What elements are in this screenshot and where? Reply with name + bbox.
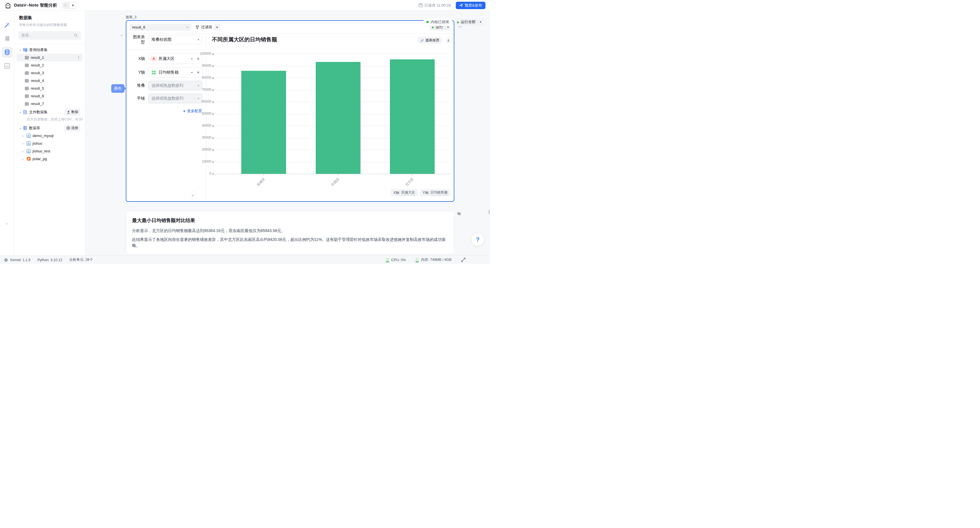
chart-recommend-button[interactable]: 图表推荐 [417,37,442,44]
note-paragraph-2: 此结果显示了各地区间存在显著的销售绩效差异，其中北方区比东南区高出约9420.5… [132,237,447,249]
caret-down-icon[interactable]: ▾ [480,21,481,23]
chevron-down-icon[interactable]: ⌄ [19,110,23,114]
paper-plane-icon [459,3,463,7]
y-axis-field[interactable]: 日均销售额 ▾ ✕ [148,67,202,78]
chart-type-select[interactable]: 堆叠柱状图 ▾ [148,35,202,44]
kernel-ready-dot [426,21,429,23]
y-tick-label: 50000 [202,112,212,116]
query-table-icon [23,48,27,52]
outline-list-icon[interactable] [2,33,13,44]
chevron-right-icon[interactable]: › [22,142,26,145]
chevron-down-icon[interactable]: ⌄ [19,48,23,52]
y-tick-label: 20000 [202,148,212,152]
x-axis-tick [412,174,412,175]
chart-download-button[interactable] [445,37,452,43]
x-axis-label: X轴 [130,56,145,61]
dataset-item-result-7[interactable]: result_7 [16,100,83,108]
formula-icon[interactable]: (x) [2,61,13,71]
chevron-right-icon[interactable]: › [22,134,26,137]
section-query-results[interactable]: ⌄ 查询结果集 [16,46,83,54]
caret-down-icon[interactable]: ▾ [447,26,449,29]
chevron-right-icon[interactable]: › [22,150,26,153]
search-input[interactable]: 搜索... [19,31,81,40]
caret-down-icon[interactable]: ▾ [191,57,192,60]
y-tick-label: 60000 [202,100,212,104]
wand-icon [420,38,424,42]
add-filter-button[interactable]: + [214,24,220,30]
dark-mode-moon-icon[interactable]: ☾ [63,3,69,8]
ai-wand-icon[interactable] [2,19,13,30]
dataset-panel: 数据集 所有分析单元输出的结果数据集 搜索... ⌄ 查询结果集 [14,11,85,255]
dataset-item-result-4[interactable]: result_4 [16,77,83,85]
help-button[interactable]: ? [471,233,484,246]
config-collapse-button[interactable]: « [190,191,196,199]
chart-cell[interactable]: result_6 过滤器 + ▶ 运行 ▾ 图表类型 [126,20,454,202]
dataset-item-result-1[interactable]: result_1 ⋮ [16,54,83,61]
dataset-item-result-5[interactable]: result_5 [16,85,83,92]
table-icon [24,63,29,68]
db-item-demo-mysql[interactable]: › RDS demo_mysql [16,132,83,140]
dataset-item-result-3[interactable]: result_3 [16,69,83,77]
y-tick-label: 10000 [202,160,212,164]
chart-title: 不同所属大区的日均销售额 [212,36,277,43]
light-mode-sun-icon[interactable]: ☀ [70,3,76,8]
chart-bar-北方区 [390,59,435,174]
theme-toggle[interactable]: ☾ ☀ [62,2,76,9]
y-tick-label: 40000 [202,124,212,128]
tile-drop-field[interactable]: 选择或拖放数据列 ▾ [148,94,202,103]
dataset-item-result-2[interactable]: result_2 [16,61,83,69]
y-tick-label: 80000 [202,76,212,80]
x-axis-badge-value[interactable]: 所属大区 [401,190,415,195]
svg-text:(x): (x) [5,65,8,68]
close-icon[interactable]: ✕ [197,57,200,61]
file-icon [23,110,27,115]
chart-bar-东南区 [241,71,286,174]
app-title: DataV–Note 智能分析 [14,3,57,8]
preview-publish-button[interactable]: 预览&发布 [456,2,485,9]
color-tooltip: 颜色 [111,84,124,93]
connect-database-button[interactable]: 连接 [64,125,80,132]
section-label: 文件数据集 [29,110,48,115]
section-file-datasets[interactable]: ⌄ 文件数据集 数据 [16,108,83,116]
hide-input-eye-off-icon[interactable] [457,211,461,216]
item-menu-icon[interactable]: ⋮ [77,55,80,60]
analysis-note-cell[interactable]: 最大最小日均销售额对比结果 分析显示，北方区的日均销售额最高达到95364.16… [126,211,454,254]
datasets-database-icon[interactable] [2,47,13,57]
notebook-canvas: 图表_3 ⌄ 内核已就绪 ▶ 运行全部 ▾ ⋯ 颜色 result_6 [85,11,490,255]
tile-label: 平铺 [130,96,145,101]
more-config-link[interactable]: ➤ 更多配置 [183,108,202,113]
db-item-jishuo-test[interactable]: › RDS jishuo_test [16,147,83,155]
chevron-right-icon[interactable]: › [22,157,26,161]
dataset-select[interactable]: result_6 [129,24,191,31]
dataset-tree: ⌄ 查询结果集 result_1 ⋮ result_2 [14,44,85,163]
kernel-status: 内核已就绪 [423,18,452,26]
filter-button[interactable]: 过滤器 [196,24,212,30]
upload-data-button[interactable]: 数据 [64,109,80,116]
close-icon[interactable]: ✕ [197,70,200,75]
panel-title: 数据集 [19,15,80,21]
dataset-item-result-6[interactable]: result_6 [16,92,83,100]
db-item-polar-pg[interactable]: › PSQL polar_pg [16,155,83,163]
section-databases[interactable]: ⌄ 数据库 连接 [16,124,83,132]
scrollbar-thumb[interactable] [488,210,490,214]
file-dataset-description: 官方托管数据，支持上传CSV、XLSX、JS [16,116,83,124]
download-icon [447,38,450,42]
x-axis-field[interactable]: A 所属大区 ▾ ✕ [148,54,202,64]
tools-icon[interactable] [461,258,466,262]
sidebar-collapse-button[interactable]: ‹ [6,221,8,226]
db-item-jishuo[interactable]: › RDS jishuo [16,140,83,147]
chart-plot: 0100002000030000400005000060000700008000… [215,54,450,174]
y-axis-badge-value[interactable]: 日均销售额 [430,190,447,195]
cell-collapse-chevron-icon[interactable]: ⌄ [120,32,123,37]
top-bar: DataV–Note 智能分析 ☾ ☀ 已保存 11:00:28 预览&发布 [0,0,490,11]
note-paragraph-1: 分析显示，北方区的日均销售额最高达到95364.16元，而东南区最低仅为8594… [132,228,447,234]
run-all-button[interactable]: ▶ 运行全部 ▾ [455,19,484,26]
y-tick-label: 0 [209,172,212,175]
icon-rail: (x) ‹ [0,11,14,255]
x-axis-tick [338,174,338,175]
chevron-down-icon[interactable]: ⌄ [19,126,23,130]
stack-drop-field[interactable]: 选择或拖放数据列 ▾ [148,81,202,91]
caret-down-icon[interactable]: ▾ [191,71,192,74]
divider [477,20,478,24]
search-icon [74,33,78,37]
